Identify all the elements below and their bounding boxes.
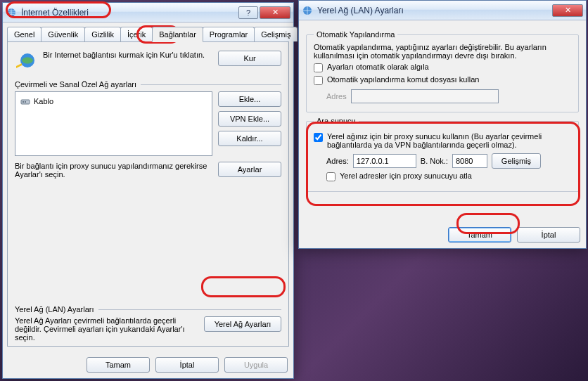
- autoscript-input[interactable]: [314, 76, 323, 85]
- lan-settings-window: Yerel Ağ (LAN) Ayarları ✕ Otomatik Yapıl…: [298, 0, 587, 249]
- auto-config-group: Otomatik Yapılandırma Otomatik yapılandı…: [306, 30, 579, 112]
- window-icon: [6, 7, 17, 18]
- lan-header: Yerel Ağ (LAN) Ayarları: [15, 305, 281, 314]
- bypass-local-checkbox[interactable]: Yerel adresler için proxy sunucuyu atla: [326, 172, 571, 181]
- cancel-button[interactable]: İptal: [155, 357, 219, 373]
- proxy-address-label: Adres:: [326, 157, 349, 165]
- window-title: Yerel Ağ (LAN) Ayarları: [317, 6, 551, 15]
- script-address-input: [351, 89, 499, 103]
- close-button[interactable]: ✕: [260, 6, 290, 19]
- advanced-button[interactable]: Gelişmiş: [492, 153, 541, 169]
- dialog-buttons: Tamam İptal Uygula: [87, 357, 288, 373]
- titlebar: Yerel Ağ (LAN) Ayarları ✕: [299, 1, 586, 20]
- vpn-add-button[interactable]: VPN Ekle...: [218, 111, 281, 127]
- window-icon: [302, 5, 313, 16]
- close-button[interactable]: ✕: [552, 4, 583, 17]
- ok-button[interactable]: Tamam: [448, 227, 511, 243]
- modem-icon: [20, 96, 31, 107]
- apply-button[interactable]: Uygula: [224, 357, 288, 373]
- internet-options-window: İnternet Özellikleri ? ✕ Genel Güvenlik …: [2, 2, 294, 379]
- tab-advanced[interactable]: Gelişmiş: [254, 27, 298, 41]
- lan-settings-button[interactable]: Yerel Ağ Ayarları: [204, 316, 281, 332]
- titlebar: İnternet Özellikleri ? ✕: [3, 3, 293, 22]
- use-proxy-input[interactable]: [314, 133, 323, 142]
- autoscript-checkbox[interactable]: Otomatik yapılandırma komut dosyası kull…: [314, 75, 571, 85]
- tab-strip: Genel Güvenlik Gizlilik İçerik Bağlantıl…: [3, 22, 293, 41]
- help-button[interactable]: ?: [238, 6, 258, 19]
- autodetect-checkbox[interactable]: Ayarları otomatik olarak algıla: [314, 63, 571, 72]
- tab-content[interactable]: İçerik: [120, 27, 153, 41]
- tab-programs[interactable]: Programlar: [203, 27, 255, 41]
- window-title: İnternet Özellikleri: [21, 8, 237, 18]
- setup-button[interactable]: Kur: [218, 51, 281, 66]
- connections-panel: Bir Internet bağlantısı kurmak için Kur'…: [7, 41, 289, 347]
- svg-point-3: [23, 101, 24, 103]
- bypass-local-input[interactable]: [326, 172, 335, 181]
- lan-note: Yerel Ağ Ayarları çevirmeli bağlantılard…: [15, 316, 197, 342]
- proxy-note: Bir bağlantı için proxy sunucu yapılandı…: [15, 162, 218, 179]
- cancel-button[interactable]: İptal: [517, 227, 580, 243]
- proxy-address-input[interactable]: [353, 154, 416, 168]
- proxy-port-input[interactable]: [452, 154, 487, 168]
- script-address-label: Adres: [326, 92, 347, 101]
- remove-button[interactable]: Kaldır...: [218, 131, 281, 146]
- use-proxy-checkbox[interactable]: Yerel ağınız için bir proxy sunucu kulla…: [314, 132, 571, 149]
- svg-point-4: [25, 101, 26, 103]
- dialog-buttons: Tamam İptal: [448, 227, 580, 243]
- proxy-legend: Ara sunucu: [314, 117, 359, 125]
- list-item[interactable]: Kablo: [18, 95, 209, 108]
- proxy-group: Ara sunucu Yerel ağınız için bir proxy s…: [306, 117, 579, 192]
- tab-security[interactable]: Güvenlik: [41, 27, 85, 41]
- proxy-port-label: B. Nok.:: [421, 157, 448, 165]
- tab-privacy[interactable]: Gizlilik: [84, 27, 121, 41]
- tab-general[interactable]: Genel: [7, 27, 41, 41]
- dialup-header: Çevirmeli ve Sanal Özel Ağ ayarları: [15, 80, 281, 89]
- settings-button[interactable]: Ayarlar: [218, 162, 281, 177]
- auto-config-desc: Otomatik yapılandırma, yaptığınız ayarla…: [314, 43, 571, 60]
- ok-button[interactable]: Tamam: [87, 357, 150, 373]
- autodetect-input[interactable]: [314, 63, 323, 72]
- globe-wizard-icon: [15, 51, 37, 73]
- auto-config-legend: Otomatik Yapılandırma: [314, 30, 397, 39]
- setup-text: Bir Internet bağlantısı kurmak için Kur'…: [43, 51, 218, 59]
- add-button[interactable]: Ekle...: [218, 91, 281, 107]
- connections-listbox[interactable]: Kablo: [15, 91, 212, 156]
- tab-connections[interactable]: Bağlantılar: [152, 27, 203, 42]
